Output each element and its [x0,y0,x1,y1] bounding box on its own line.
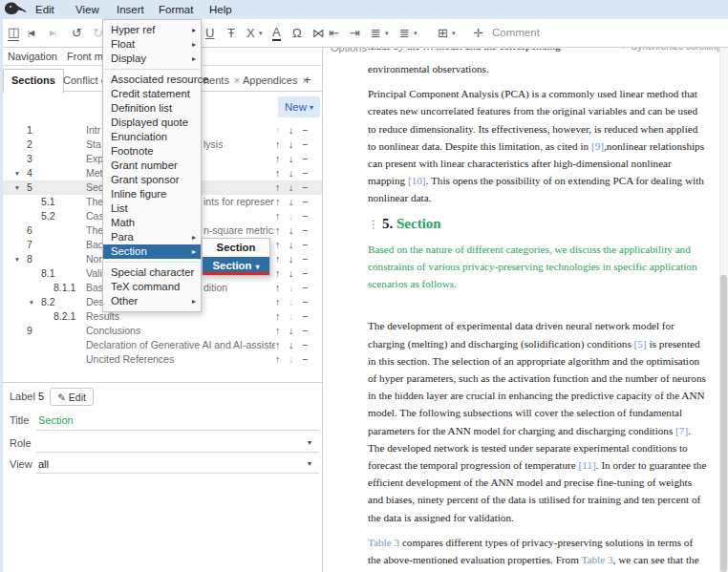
view-select-value[interactable]: all [38,458,49,470]
move-up-button[interactable]: ↑ [275,166,280,180]
remove-button[interactable]: − [302,252,308,266]
new-button[interactable]: New ▾ [278,96,320,117]
move-down-button[interactable]: ↓ [289,238,293,252]
remove-button[interactable]: − [302,223,308,238]
move-up-button[interactable]: ↑ [275,180,280,195]
move-up-button[interactable]: ↑ [275,281,280,295]
citation-link[interactable]: [9] [591,140,604,152]
remove-button[interactable]: − [302,352,308,367]
submenu-item-section-0[interactable]: Section [203,239,269,257]
move-up-button[interactable]: ↑ [275,309,280,324]
underline-icon[interactable]: U [205,19,214,47]
subscript-superscript-icon[interactable]: X [246,19,255,47]
collapse-caret-icon[interactable]: ▾ [15,252,19,266]
move-up-button[interactable]: ↑ [275,252,280,266]
move-up-button[interactable]: ↑ [275,138,280,152]
subtab-navigation[interactable]: Navigation [8,48,57,66]
citation-link[interactable]: [5] [634,338,647,350]
special-character-icon[interactable]: Ω [292,19,302,47]
move-down-button[interactable]: ↓ [289,138,293,152]
outdent-icon[interactable]: ⇤ [329,19,339,47]
move-icon[interactable]: ✛ [473,19,483,47]
menu-item-associated-resource[interactable]: Associated resource [103,73,201,87]
citation-link[interactable]: [11] [579,459,596,471]
undo-icon[interactable]: ↺ [72,19,82,47]
go-first-icon[interactable]: |◀ [28,19,33,47]
tree-row[interactable]: 9Conclusions↑↓− [0,324,322,338]
menu-item-math[interactable]: Math [103,216,201,230]
drag-handle-icon[interactable]: ⋮ [368,218,379,231]
tree-row[interactable]: Uncited References↑↓− [0,352,322,367]
menu-item-footnote[interactable]: Footnote [103,144,201,159]
menubar-item-help[interactable]: Help [205,0,236,19]
submenu-item-section-1[interactable]: Section▾ [203,257,269,275]
remove-button[interactable]: − [302,195,308,209]
remove-button[interactable]: − [302,123,308,138]
move-down-button[interactable]: ↓ [289,266,293,281]
edit-label-button[interactable]: ✎ Edit [50,388,94,406]
citation-link[interactable]: [7] [675,425,688,436]
move-up-button[interactable]: ↑ [275,338,280,352]
tab-nents[interactable]: nents× [203,70,240,91]
tab-add-button[interactable]: + [304,70,311,91]
move-down-button[interactable]: ↓ [289,152,293,166]
remove-button[interactable]: − [302,166,308,180]
menu-item-definition-list[interactable]: Definition list [103,101,201,116]
menu-item-enunciation[interactable]: Enunciation [103,130,201,144]
move-down-button[interactable]: ↓ [289,180,293,195]
scrollbar-thumb[interactable] [720,275,727,572]
remove-button[interactable]: − [302,281,308,295]
remove-button[interactable]: − [302,209,308,223]
menu-item-displayed-quote[interactable]: Displayed quote [103,116,201,130]
move-up-button[interactable]: ↑ [275,324,280,338]
dropdown-caret-icon[interactable]: ▾ [414,19,418,47]
menu-item-hyper-ref[interactable]: Hyper ref▸ [103,23,201,37]
remove-button[interactable]: − [302,138,308,152]
collapse-caret-icon[interactable]: ▾ [15,180,19,195]
menu-item-section[interactable]: Section▸ [103,244,201,259]
citation-link[interactable]: Table 3 [368,537,399,548]
tree-row[interactable]: Declaration of Generative AI and AI-assi… [0,338,322,352]
font-color-icon[interactable]: A [272,19,281,47]
menu-item-grant-number[interactable]: Grant number [103,159,201,173]
menu-item-list[interactable]: List [103,201,201,216]
scrollbar[interactable] [719,48,728,572]
collapse-caret-icon[interactable]: ▾ [15,166,19,180]
close-icon[interactable]: × [234,75,240,86]
menu-item-para[interactable]: Para▸ [103,230,201,244]
chevron-down-icon[interactable]: ▾ [308,459,311,468]
remove-button[interactable]: − [302,338,308,352]
dropdown-caret-icon[interactable]: ▾ [259,19,263,47]
bullet-list-icon[interactable]: ≣ [371,19,381,47]
menubar-item-format[interactable]: Format [155,0,197,19]
remove-button[interactable]: − [302,324,308,338]
collapse-caret-icon[interactable]: ▾ [30,295,33,309]
remove-button[interactable]: − [302,295,308,309]
remove-button[interactable]: − [302,180,308,195]
comment-button[interactable]: Comment [492,19,540,47]
menu-item-grant-sponsor[interactable]: Grant sponsor [103,173,201,187]
citation-link[interactable]: [10] [408,175,426,186]
move-down-button[interactable]: ↓ [289,338,293,352]
remove-button[interactable]: − [302,266,308,281]
menu-item-credit-statement[interactable]: Credit statement [103,87,201,101]
move-down-button[interactable]: ↓ [289,195,293,209]
tab-sections[interactable]: Sections [3,69,64,93]
tab-appendices[interactable]: Appendices× [243,70,308,91]
move-up-button[interactable]: ↑ [275,152,280,166]
move-up-button[interactable]: ↑ [275,238,280,252]
move-up-button[interactable]: ↑ [275,352,280,367]
menu-item-inline-figure[interactable]: Inline figure [103,187,201,201]
document-editor[interactable]: environmental observations.Principal Com… [368,60,708,572]
move-down-button[interactable]: ↓ [289,252,293,266]
strikethrough-icon[interactable]: Ŧ [227,19,235,47]
move-down-button[interactable]: ↓ [289,324,293,338]
menu-item-display[interactable]: Display▸ [103,52,201,66]
numbered-list-icon[interactable]: ≣ [399,19,410,47]
menu-item-other[interactable]: Other▸ [103,294,201,308]
tie-link-icon[interactable]: ⋈ [312,19,325,47]
move-down-button[interactable]: ↓ [289,223,293,238]
page-layout-icon[interactable]: ◫ [8,19,19,47]
dropdown-caret-icon[interactable]: ▾ [385,19,389,47]
go-last-icon[interactable]: ▶| [50,19,55,47]
